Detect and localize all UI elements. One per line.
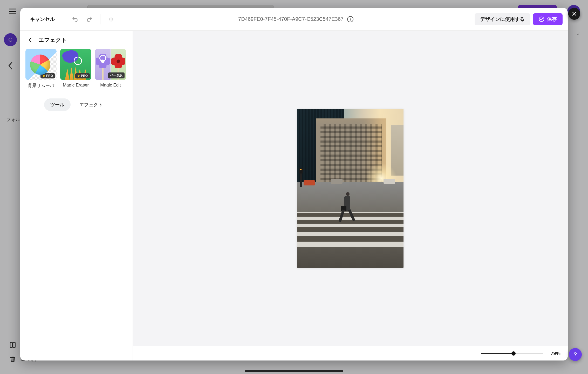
crown-icon: ♛: [77, 74, 80, 78]
effect-bg-remover[interactable]: ♛PRO 背景リムーバ: [25, 49, 57, 89]
save-label: 保存: [547, 16, 557, 23]
effect-magic-edit[interactable]: ベータ版 Magic Edit: [95, 49, 126, 89]
editor-toolbar: キャンセル 7D469FE0-7F45-470F-A9C7-C523C547E3…: [20, 8, 568, 31]
cancel-button[interactable]: キャンセル: [25, 13, 59, 25]
effect-thumb: ♛PRO: [60, 49, 91, 80]
pro-badge: ♛PRO: [40, 73, 55, 78]
zoom-slider[interactable]: [481, 353, 543, 354]
edited-image[interactable]: [297, 109, 404, 268]
use-in-design-button[interactable]: デザインに使用する: [475, 13, 530, 25]
zoom-thumb[interactable]: [511, 351, 516, 356]
effect-thumb: ♛PRO: [25, 49, 57, 80]
toolbar-divider: [100, 14, 100, 24]
pro-badge: ♛PRO: [75, 73, 90, 78]
info-icon[interactable]: i: [347, 16, 353, 22]
beta-badge: ベータ版: [108, 72, 125, 78]
crown-icon: ♛: [43, 74, 45, 78]
effects-panel: エフェクト ♛PRO 背景リムーバ ♛PRO Magic Eraser: [20, 31, 133, 360]
effects-title: エフェクト: [38, 36, 67, 44]
effect-label: 背景リムーバ: [28, 83, 54, 89]
redo-button[interactable]: [84, 13, 95, 25]
canvas-area: 79%: [133, 31, 568, 360]
image-editor-modal: キャンセル 7D469FE0-7F45-470F-A9C7-C523C547E3…: [20, 8, 568, 360]
effect-label: Magic Edit: [100, 83, 121, 88]
effects-tabs: ツール エフェクト: [20, 98, 133, 111]
flip-button[interactable]: [105, 13, 117, 25]
file-title-text: 7D469FE0-7F45-470F-A9C7-C523C547E367: [238, 16, 344, 22]
help-button[interactable]: ?: [569, 348, 582, 361]
toolbar-divider: [64, 14, 64, 24]
file-title: 7D469FE0-7F45-470F-A9C7-C523C547E367 i: [120, 16, 472, 22]
zoom-value: 79%: [551, 351, 560, 356]
zoom-bar: 79%: [133, 346, 568, 360]
tab-effects[interactable]: エフェクト: [73, 98, 109, 111]
save-button[interactable]: 保存: [533, 13, 563, 25]
effect-magic-eraser[interactable]: ♛PRO Magic Eraser: [60, 49, 91, 89]
home-indicator: [245, 370, 343, 372]
effect-label: Magic Eraser: [63, 83, 89, 88]
back-button[interactable]: [26, 36, 34, 44]
check-circle-icon: [539, 16, 544, 22]
undo-button[interactable]: [69, 13, 81, 25]
close-icon: [572, 11, 577, 16]
tab-tools[interactable]: ツール: [44, 98, 71, 111]
svg-point-2: [539, 17, 544, 21]
canvas-viewport[interactable]: [133, 31, 568, 346]
close-modal-button[interactable]: [568, 8, 580, 20]
effect-thumb: ベータ版: [95, 49, 126, 80]
